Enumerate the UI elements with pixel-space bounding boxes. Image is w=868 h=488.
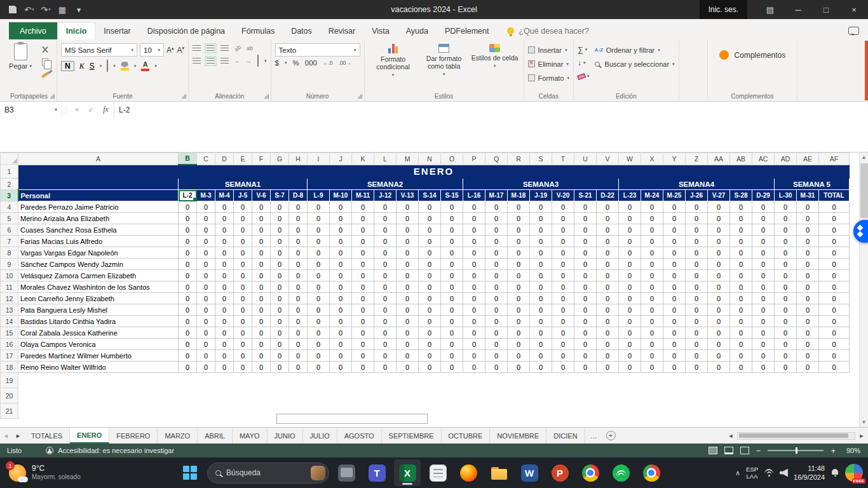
column-header-l[interactable]: L (374, 153, 397, 165)
sheet-tab-mayo[interactable]: MAYO (233, 428, 268, 444)
cell[interactable]: 0 (552, 339, 574, 350)
cell[interactable]: 0 (330, 201, 352, 213)
cell[interactable]: 0 (234, 213, 252, 224)
cell[interactable]: 0 (686, 224, 708, 236)
cell[interactable]: 0 (234, 247, 252, 259)
font-size-select[interactable]: 10▾ (140, 43, 164, 57)
cell[interactable]: 0 (752, 224, 775, 236)
cell[interactable]: 0 (179, 350, 197, 362)
cell[interactable]: 0 (419, 247, 441, 259)
scroll-down-icon[interactable]: ▼ (860, 417, 868, 427)
cell-a18[interactable]: Reino Reino Walter Wilfrido (18, 362, 179, 373)
cell[interactable]: 0 (441, 362, 463, 373)
taskbar-app-capture-tool[interactable] (333, 459, 360, 486)
cell[interactable]: 0 (663, 236, 686, 247)
cell[interactable]: 0 (574, 224, 597, 236)
row-header-18[interactable]: 18 (1, 362, 18, 373)
cell[interactable]: 0 (463, 213, 485, 224)
cell[interactable]: 0 (530, 327, 552, 339)
cell[interactable]: 0 (597, 293, 619, 304)
cell[interactable]: 0 (289, 247, 308, 259)
cell-d3[interactable]: M-4 (215, 190, 234, 201)
cell[interactable]: 0 (708, 362, 730, 373)
dialog-launcher-icon[interactable] (358, 94, 362, 98)
ribbon-tab-archivo[interactable]: Archivo (9, 22, 57, 39)
column-header-ac[interactable]: AC (752, 153, 775, 165)
cell[interactable]: 0 (308, 224, 330, 236)
cell[interactable]: 0 (374, 350, 397, 362)
cell[interactable]: 0 (663, 293, 686, 304)
cell-ac3[interactable]: D-29 (752, 190, 775, 201)
cell[interactable]: 0 (508, 304, 530, 316)
cell[interactable]: 0 (508, 213, 530, 224)
cell[interactable]: 0 (552, 224, 574, 236)
column-header-aa[interactable]: AA (708, 153, 730, 165)
cell[interactable]: 0 (641, 316, 663, 327)
cell[interactable]: 0 (686, 362, 708, 373)
cell[interactable]: 0 (252, 293, 271, 304)
horizontal-scrollbar[interactable]: ◄ ► (726, 428, 868, 444)
cell[interactable]: 0 (641, 247, 663, 259)
cell[interactable]: 0 (752, 281, 775, 293)
cell[interactable]: 0 (485, 213, 508, 224)
cell[interactable]: 0 (179, 201, 197, 213)
column-header-k[interactable]: K (352, 153, 374, 165)
column-header-i[interactable]: I (308, 153, 330, 165)
cell[interactable]: 0 (289, 293, 308, 304)
cell[interactable]: 0 (485, 362, 508, 373)
conditional-formatting-button[interactable]: Formato condicional▾ (369, 43, 418, 78)
cell-ab3[interactable]: S-28 (730, 190, 752, 201)
cell[interactable]: 0 (819, 327, 850, 339)
cell[interactable]: 0 (419, 236, 441, 247)
cell-a13[interactable]: Pata Banguera Lesly Mishel (18, 304, 179, 316)
cell[interactable]: 0 (730, 270, 752, 281)
cell[interactable]: 0 (641, 327, 663, 339)
cell[interactable]: 0 (441, 327, 463, 339)
sheet-tab-abril[interactable]: ABRIL (198, 428, 233, 444)
cell[interactable]: 0 (485, 201, 508, 213)
cell[interactable]: 0 (686, 247, 708, 259)
cell[interactable]: 0 (419, 316, 441, 327)
cell[interactable]: 0 (197, 247, 215, 259)
taskbar-app-teams[interactable] (363, 459, 390, 486)
cell-e3[interactable]: J-5 (234, 190, 252, 201)
tell-me-box[interactable]: ¿Qué desea hacer? (507, 22, 589, 39)
page-layout-view-button[interactable] (724, 447, 733, 454)
cell[interactable]: 0 (597, 201, 619, 213)
cell[interactable]: 0 (252, 259, 271, 270)
cell[interactable]: 0 (686, 293, 708, 304)
column-header-v[interactable]: V (597, 153, 619, 165)
cell[interactable]: 0 (530, 350, 552, 362)
cell[interactable]: 0 (397, 236, 419, 247)
cell[interactable]: 0 (508, 281, 530, 293)
cell-n3[interactable]: S-14 (419, 190, 441, 201)
cell-a17[interactable]: Paredes Martinez Wilmer Humberto (18, 350, 179, 362)
cell[interactable]: 0 (819, 293, 850, 304)
ribbon-display-options-button[interactable]: ▤ (756, 0, 784, 19)
cell[interactable]: 0 (597, 281, 619, 293)
cell[interactable]: 0 (819, 350, 850, 362)
cell[interactable]: 0 (530, 224, 552, 236)
cell[interactable]: 0 (686, 281, 708, 293)
ribbon-tab-insertar[interactable]: Insertar (95, 22, 139, 39)
cell-a2[interactable] (18, 179, 179, 190)
cell[interactable]: 0 (797, 281, 819, 293)
cell[interactable]: 0 (352, 327, 374, 339)
cell[interactable]: 0 (215, 339, 234, 350)
cell[interactable]: 0 (374, 201, 397, 213)
cell[interactable]: 0 (252, 270, 271, 281)
row-header-12[interactable]: 12 (1, 293, 18, 304)
cell[interactable]: 0 (663, 327, 686, 339)
cell[interactable]: 0 (485, 247, 508, 259)
cell[interactable]: 0 (441, 304, 463, 316)
cell[interactable]: 0 (574, 247, 597, 259)
cell[interactable]: 0 (352, 259, 374, 270)
cell[interactable]: 0 (234, 236, 252, 247)
cell[interactable]: 0 (597, 259, 619, 270)
cell[interactable]: 0 (234, 362, 252, 373)
normal-view-button[interactable] (709, 447, 717, 454)
cell[interactable]: 0 (730, 236, 752, 247)
cell[interactable]: 0 (289, 339, 308, 350)
cell[interactable]: 0 (775, 236, 797, 247)
cell[interactable]: 0 (552, 350, 574, 362)
